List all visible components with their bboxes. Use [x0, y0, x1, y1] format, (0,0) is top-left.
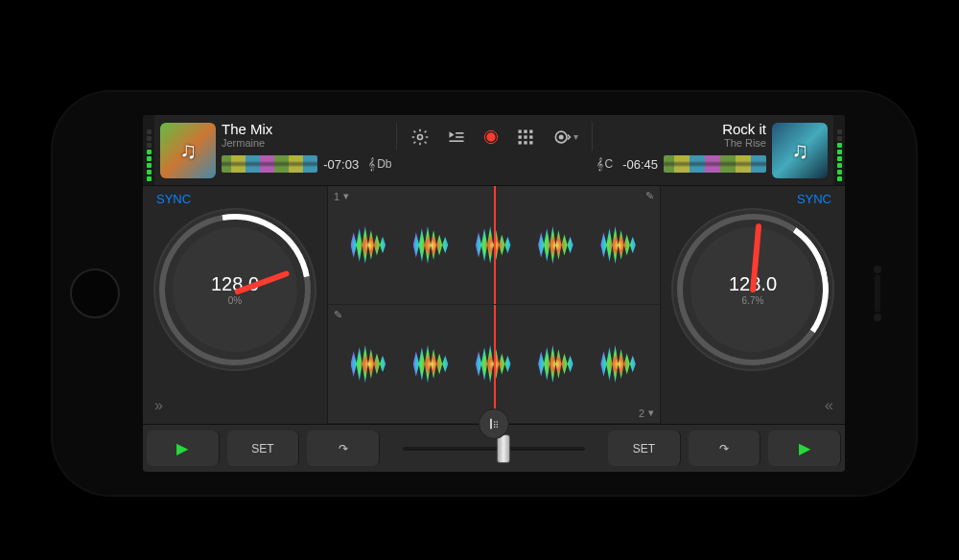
- track-key-b: 𝄞C: [593, 157, 618, 171]
- pitch-a: 0%: [228, 295, 242, 306]
- edit-icon-a[interactable]: ✎: [645, 190, 654, 202]
- pitch-b: 6.7%: [742, 295, 764, 306]
- svg-rect-12: [518, 141, 521, 144]
- play-button-b[interactable]: ▶: [768, 431, 841, 466]
- deck-a: SYNC 128.0 0% »: [143, 186, 327, 424]
- jog-wheel-a[interactable]: 128.0 0%: [153, 208, 316, 371]
- waveform-row-a[interactable]: 1▾ ✎: [328, 186, 660, 305]
- svg-rect-23: [497, 427, 498, 428]
- sync-button-a[interactable]: SYNC: [143, 192, 191, 206]
- svg-rect-18: [494, 421, 495, 422]
- expand-right-icon[interactable]: «: [825, 397, 833, 414]
- top-bar: ♫ The Mix Jermaine -07:03 𝄞Db: [143, 115, 845, 186]
- home-button[interactable]: [70, 268, 120, 318]
- svg-point-16: [559, 135, 562, 138]
- phone-speaker: [874, 266, 881, 321]
- svg-point-4: [486, 132, 495, 141]
- svg-rect-22: [494, 427, 495, 428]
- settings-icon[interactable]: [410, 128, 430, 147]
- track-time-a: -07:03: [323, 157, 359, 172]
- toolbar: ▾: [396, 123, 593, 151]
- svg-rect-7: [524, 129, 526, 132]
- playhead-b: [494, 305, 496, 423]
- svg-rect-17: [490, 419, 492, 430]
- play-button-a[interactable]: ▶: [147, 431, 220, 466]
- overview-waveform-b[interactable]: [664, 155, 766, 173]
- track-title-b: Rock it: [593, 121, 767, 137]
- waveform-row-b[interactable]: ✎ 2▾: [328, 305, 660, 424]
- track-artist-a: Jermaine: [222, 137, 396, 149]
- app-screen: ♫ The Mix Jermaine -07:03 𝄞Db: [143, 115, 845, 472]
- loop-button-a[interactable]: ↷: [307, 431, 380, 466]
- jog-wheel-b[interactable]: 128.0 6.7%: [671, 208, 834, 371]
- cue-set-button-b[interactable]: SET: [608, 431, 681, 466]
- wave-label-b: 2▾: [639, 407, 654, 419]
- phone-frame: ♫ The Mix Jermaine -07:03 𝄞Db: [53, 92, 916, 495]
- svg-rect-20: [494, 424, 495, 425]
- album-art-a[interactable]: ♫: [160, 123, 216, 178]
- record-icon[interactable]: [483, 129, 499, 145]
- track-title-a: The Mix: [222, 121, 396, 137]
- svg-rect-11: [529, 135, 532, 138]
- music-icon: ♫: [772, 123, 828, 178]
- expand-left-icon[interactable]: »: [154, 397, 163, 414]
- track-info-b[interactable]: Rock it The Rise -06:45 𝄞C: [593, 115, 767, 185]
- svg-rect-9: [518, 135, 521, 138]
- cue-set-button-a[interactable]: SET: [227, 431, 300, 466]
- playhead-a: [494, 186, 496, 304]
- vu-meter-left: [143, 115, 154, 185]
- overview-waveform-a[interactable]: [222, 155, 317, 173]
- svg-rect-13: [524, 141, 526, 144]
- track-time-b: -06:45: [622, 157, 658, 172]
- queue-icon[interactable]: [447, 128, 466, 147]
- track-key-a: 𝄞Db: [364, 157, 395, 171]
- track-artist-b: The Rise: [593, 137, 767, 149]
- svg-rect-8: [529, 129, 532, 132]
- svg-point-0: [417, 134, 422, 139]
- grid-icon[interactable]: [516, 128, 535, 147]
- svg-rect-6: [518, 129, 521, 132]
- album-art-b[interactable]: ♫: [772, 123, 828, 178]
- track-info-a[interactable]: The Mix Jermaine -07:03 𝄞Db: [222, 115, 396, 185]
- svg-rect-14: [529, 141, 532, 144]
- music-icon: ♫: [160, 123, 216, 178]
- svg-rect-19: [497, 421, 498, 422]
- vu-meter-right: [833, 115, 845, 185]
- svg-rect-10: [524, 135, 526, 138]
- svg-rect-2: [456, 136, 463, 138]
- sync-button-b[interactable]: SYNC: [797, 192, 845, 206]
- automix-icon[interactable]: ▾: [552, 128, 578, 147]
- edit-icon-b[interactable]: ✎: [334, 309, 342, 321]
- deck-b: SYNC 128.0 6.7% «: [661, 186, 845, 424]
- svg-rect-3: [449, 140, 463, 142]
- wave-label-a: 1▾: [334, 190, 349, 202]
- svg-rect-1: [456, 132, 463, 134]
- waveform-panel: 1▾ ✎ ✎ 2▾: [327, 186, 661, 424]
- svg-rect-21: [497, 424, 498, 425]
- loop-button-b[interactable]: ↷: [689, 431, 761, 466]
- mixer-toggle-icon[interactable]: [479, 408, 509, 439]
- deck-area: SYNC 128.0 0% » 1▾ ✎: [143, 186, 845, 424]
